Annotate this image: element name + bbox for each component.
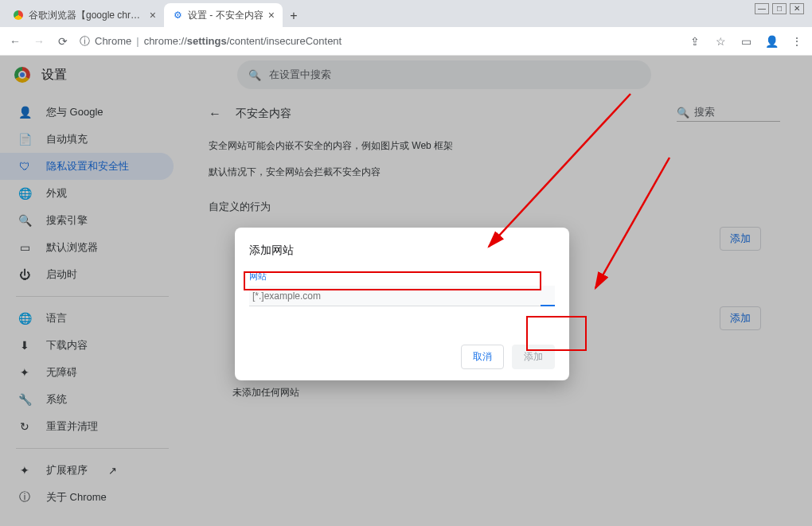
sidebar-item-on-startup[interactable]: ⏻启动时 xyxy=(0,261,174,288)
add-blocked-site-button[interactable]: 添加 xyxy=(720,306,761,330)
tab-strip: 谷歌浏览器【google chrome】 × ⚙ 设置 - 不安全内容 × + xyxy=(0,0,812,27)
wrench-icon: 🔧 xyxy=(18,393,32,406)
reading-list-icon[interactable]: ▭ xyxy=(739,34,753,49)
settings-search[interactable]: 🔍 在设置中搜索 xyxy=(237,60,651,89)
divider xyxy=(16,448,169,449)
content-search[interactable]: 🔍 搜索 xyxy=(677,105,780,122)
window-close[interactable]: ✕ xyxy=(790,3,804,14)
window-controls: — □ ✕ xyxy=(755,3,804,14)
close-icon[interactable]: × xyxy=(268,9,275,21)
search-icon: 🔍 xyxy=(248,69,261,81)
sidebar-item-you-and-google[interactable]: 👤您与 Google xyxy=(0,99,174,126)
url-scheme-label: Chrome xyxy=(95,35,131,47)
reset-icon: ↻ xyxy=(18,420,32,433)
dialog-add-button[interactable]: 添加 xyxy=(512,345,555,369)
tab-label: 设置 - 不安全内容 xyxy=(188,9,264,22)
sidebar-item-accessibility[interactable]: ✦无障碍 xyxy=(0,359,174,386)
nav-forward[interactable]: → xyxy=(32,34,46,49)
site-input[interactable] xyxy=(249,286,555,306)
input-focus-indicator xyxy=(541,305,555,306)
nav-reload[interactable]: ⟳ xyxy=(56,34,70,49)
omnibar: ← → ⟳ ⓘ Chrome | chrome://settings/conte… xyxy=(0,27,812,56)
settings-title: 设置 xyxy=(41,67,67,84)
tab-label: 谷歌浏览器【google chrome】 xyxy=(29,9,145,22)
share-icon[interactable]: ⇪ xyxy=(688,34,702,49)
window-maximize[interactable]: □ xyxy=(772,3,787,14)
download-icon: ⬇ xyxy=(18,339,32,352)
extension-icon: ✦ xyxy=(18,464,32,477)
sidebar-item-system[interactable]: 🔧系统 xyxy=(0,386,174,413)
settings-header: 设置 🔍 在设置中搜索 xyxy=(0,56,812,94)
sidebar-item-autofill[interactable]: 📄自动填充 xyxy=(0,126,174,153)
sidebar-item-about[interactable]: ⓘ关于 Chrome xyxy=(0,484,174,511)
settings-search-placeholder: 在设置中搜索 xyxy=(269,68,331,82)
profile-icon[interactable]: 👤 xyxy=(764,34,779,49)
tab-settings-insecure[interactable]: ⚙ 设置 - 不安全内容 × xyxy=(164,3,283,27)
sidebar-item-appearance[interactable]: 🌐外观 xyxy=(0,180,174,207)
shield-icon: 🛡 xyxy=(18,160,32,173)
description-line-2: 默认情况下，安全网站会拦截不安全内容 xyxy=(209,166,780,179)
dialog-title: 添加网站 xyxy=(249,244,555,258)
external-link-icon: ↗ xyxy=(108,465,117,477)
sidebar-item-extensions[interactable]: ✦扩展程序↗ xyxy=(0,457,174,484)
add-site-dialog: 添加网站 网站 取消 添加 xyxy=(235,228,569,380)
sidebar-item-languages[interactable]: 🌐语言 xyxy=(0,305,174,332)
content-back-button[interactable]: ← xyxy=(209,107,221,121)
appearance-icon: 🌐 xyxy=(18,187,32,200)
custom-behavior-title: 自定义的行为 xyxy=(209,200,780,214)
dialog-cancel-button[interactable]: 取消 xyxy=(461,345,504,369)
sidebar-item-reset[interactable]: ↻重置并清理 xyxy=(0,413,174,440)
sidebar-item-downloads[interactable]: ⬇下载内容 xyxy=(0,332,174,359)
tab-google-chrome[interactable]: 谷歌浏览器【google chrome】 × xyxy=(5,3,164,27)
sidebar-item-privacy[interactable]: 🛡隐私设置和安全性 xyxy=(0,153,174,180)
accessibility-icon: ✦ xyxy=(18,366,32,379)
sidebar-item-default-browser[interactable]: ▭默认浏览器 xyxy=(0,234,174,261)
autofill-icon: 📄 xyxy=(18,133,32,146)
globe-icon: 🌐 xyxy=(18,312,32,325)
menu-icon[interactable]: ⋮ xyxy=(790,34,804,49)
content-title: 不安全内容 xyxy=(236,107,291,121)
site-field-label: 网站 xyxy=(249,271,555,282)
browser-icon: ▭ xyxy=(18,241,32,254)
nav-back[interactable]: ← xyxy=(8,34,22,49)
person-icon: 👤 xyxy=(18,106,32,119)
chrome-logo-icon xyxy=(14,67,30,83)
search-icon: 🔍 xyxy=(677,107,689,119)
chrome-icon xyxy=(13,10,24,21)
content-search-label: 搜索 xyxy=(694,105,715,119)
power-icon: ⏻ xyxy=(18,268,32,281)
gear-icon: ⚙ xyxy=(172,10,183,21)
site-info-icon[interactable]: ⓘ xyxy=(80,34,90,49)
no-sites-text: 未添加任何网站 xyxy=(232,386,780,399)
new-tab-button[interactable]: + xyxy=(283,5,305,27)
divider xyxy=(16,296,169,297)
description-line-1: 安全网站可能会内嵌不安全的内容，例如图片或 Web 框架 xyxy=(209,139,780,153)
omnibar-actions: ⇪ ☆ ▭ 👤 ⋮ xyxy=(688,34,804,49)
bookmark-icon[interactable]: ☆ xyxy=(713,34,728,49)
sidebar-item-search-engine[interactable]: 🔍搜索引擎 xyxy=(0,207,174,234)
info-icon: ⓘ xyxy=(18,490,32,505)
window-minimize[interactable]: — xyxy=(755,3,769,14)
close-icon[interactable]: × xyxy=(150,9,156,21)
add-allowed-site-button[interactable]: 添加 xyxy=(720,227,761,251)
settings-sidebar: 👤您与 Google 📄自动填充 🛡隐私设置和安全性 🌐外观 🔍搜索引擎 ▭默认… xyxy=(0,94,185,526)
search-icon: 🔍 xyxy=(18,214,32,227)
address-bar[interactable]: ⓘ Chrome | chrome://settings/content/ins… xyxy=(80,34,678,49)
